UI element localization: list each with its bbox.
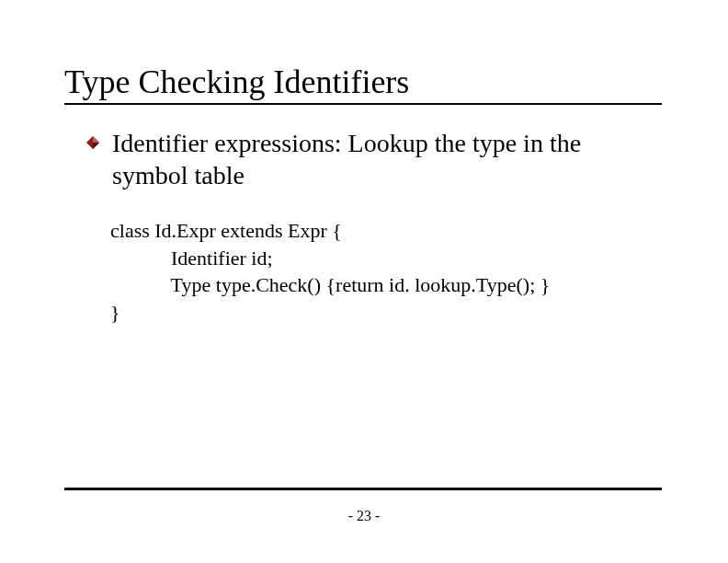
code-line-2: Identifier id;: [110, 247, 273, 270]
bottom-rule: [64, 488, 662, 490]
bullet-item: Identifier expressions: Lookup the type …: [86, 127, 656, 191]
bullet-text: Identifier expressions: Lookup the type …: [112, 127, 656, 191]
code-line-1: class Id.Expr extends Expr {: [110, 219, 342, 242]
svg-marker-1: [93, 136, 99, 143]
diamond-bullet-icon: [86, 136, 99, 149]
title-underline: [64, 103, 662, 105]
slide: Type Checking Identifiers Identifier exp…: [0, 0, 728, 563]
code-line-4: }: [110, 301, 120, 324]
code-line-3: Type type.Check() {return id. lookup.Typ…: [110, 273, 550, 296]
slide-title: Type Checking Identifiers: [64, 63, 409, 101]
page-number: - 23 -: [0, 508, 728, 524]
code-block: class Id.Expr extends Expr { Identifier …: [110, 217, 550, 327]
svg-marker-2: [93, 143, 99, 149]
